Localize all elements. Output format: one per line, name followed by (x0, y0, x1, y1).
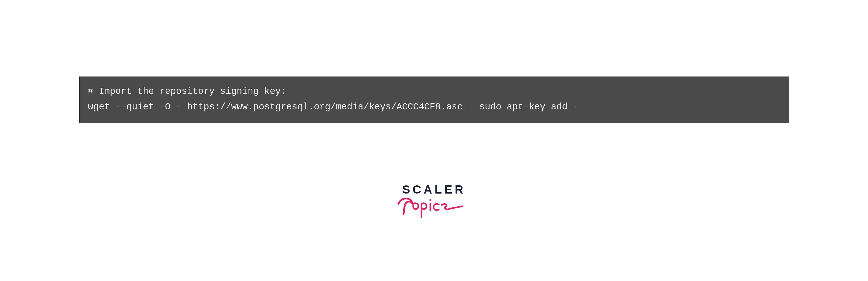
code-comment-line: # Import the repository signing key: (88, 84, 781, 99)
topics-script-svg (396, 192, 467, 218)
scaler-topics-logo: SCALER (401, 184, 467, 218)
code-command-line: wget --quiet -O - https://www.postgresql… (88, 99, 781, 115)
code-block: # Import the repository signing key: wge… (79, 76, 788, 123)
logo-secondary-text (396, 192, 467, 218)
